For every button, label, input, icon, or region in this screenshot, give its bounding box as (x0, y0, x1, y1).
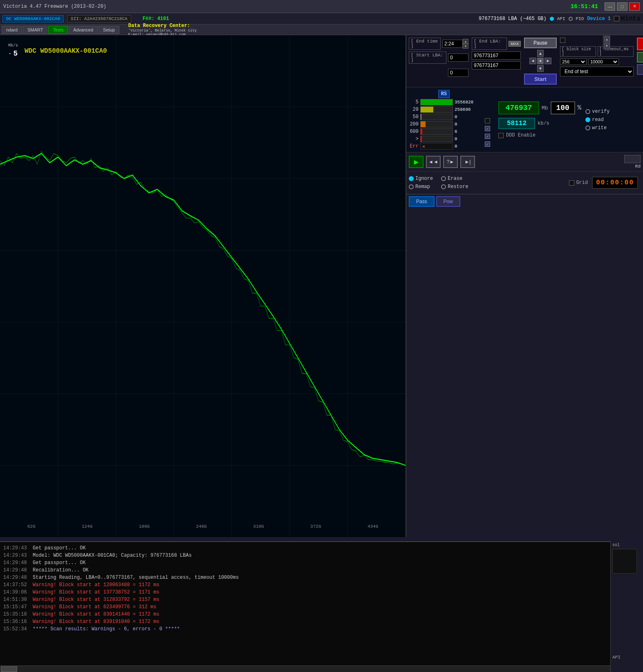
tab-setup[interactable]: Setup (99, 26, 119, 34)
write-radio[interactable] (585, 125, 590, 130)
log-msg-1: Model: WDC WD5000AAKX-001CA0; Capacity: … (33, 552, 192, 559)
log-time-4: 14:29:48 (3, 574, 28, 581)
dir-right[interactable]: ► (544, 58, 551, 65)
ignore-radio[interactable] (409, 176, 414, 181)
cb-gt[interactable] (485, 134, 490, 139)
option-checkbox[interactable] (560, 38, 565, 43)
end-time-down[interactable]: ▼ (463, 44, 468, 49)
ddd-checkbox[interactable] (498, 133, 504, 138)
end-time-input[interactable] (442, 40, 463, 48)
restore-radio[interactable] (441, 184, 446, 189)
question-button[interactable]: ?► (443, 156, 458, 168)
timing-200-value: 0 (455, 122, 479, 127)
pass-power-section: Pass Pow (406, 194, 643, 208)
tab-smart[interactable]: SMART (23, 26, 47, 34)
grid-checkbox[interactable] (569, 180, 574, 186)
pause-button[interactable]: Pause (524, 38, 557, 48)
timing-600-value: 6 (455, 129, 479, 134)
timing-20-fill (421, 107, 433, 112)
log-msg-4: Starting Reading, LBA=0..976773167, sequ… (33, 574, 239, 581)
timing-gt-num: > (409, 136, 419, 142)
break-all-button[interactable]: Break All (637, 38, 643, 50)
minimize-button[interactable]: — (605, 2, 615, 11)
close-button[interactable]: ✕ (629, 2, 640, 11)
err-x-icon: ✕ (422, 143, 425, 150)
read-option[interactable]: read (585, 117, 609, 123)
remap-label: Remap (415, 184, 430, 190)
log-area[interactable]: 14:29:43 Get passport... OK 14:29:43 Mod… (0, 541, 610, 672)
read-radio[interactable] (585, 117, 590, 122)
log-entry-10: 15:36:16 Warning! Block start at 8391910… (3, 618, 607, 625)
block-timeout-values: 256 512 1024 10000 5000 20000 (560, 58, 634, 65)
verify-radio[interactable] (585, 109, 590, 114)
tab-advanced[interactable]: Advanced (69, 26, 98, 34)
dir-center[interactable]: ● (537, 58, 544, 65)
play-button[interactable]: ▶ (409, 156, 423, 168)
recall-button[interactable]: Recall (637, 64, 643, 75)
log-entry-9: 15:35:18 Warning! Block start at 8301414… (3, 611, 607, 618)
dir-down[interactable]: ▼ (537, 65, 544, 72)
second-lba-input[interactable] (448, 69, 468, 77)
end-time-spinners: ▲ ▼ (463, 39, 468, 49)
power-button[interactable]: Pow (436, 196, 460, 207)
cb-200[interactable] (485, 118, 490, 123)
repair-right: Erase Restore (441, 176, 468, 190)
dir-left[interactable]: ◄ (529, 58, 536, 65)
end-of-test-select[interactable]: End of test End and sleep End and power … (560, 67, 634, 76)
skip-end-button[interactable]: ►| (460, 156, 475, 168)
grid-label[interactable]: Grid (569, 180, 588, 186)
block-size-select[interactable]: 256 512 1024 (560, 58, 587, 65)
ignore-option[interactable]: Ignore (409, 176, 433, 181)
cb-600[interactable] (485, 126, 490, 131)
hints-checkbox[interactable] (614, 16, 619, 21)
sleep-button[interactable]: Sleep (637, 52, 643, 63)
max-button[interactable]: MAX (509, 41, 521, 47)
tab-tests[interactable]: Tests (48, 26, 68, 34)
timing-5-value: 3556820 (455, 100, 479, 105)
x-label-3: 248G (196, 524, 206, 529)
performance-chart (0, 35, 406, 537)
log-msg-11: ***** Scan results: Warnings - 6, errors… (33, 625, 180, 633)
title-bar: Victoria 4.47 Freeware (2013-02-20) 16:5… (0, 0, 643, 13)
end-lba-input1[interactable] (472, 52, 521, 60)
end-time-up[interactable]: ▲ (463, 39, 468, 44)
tab-standard[interactable]: ndard (2, 26, 22, 34)
right-panel: [ End time ] ▲ ▼ [ Start LBA: ] (406, 35, 643, 537)
start-lba-input[interactable] (448, 54, 468, 62)
restore-option[interactable]: Restore (441, 184, 468, 190)
remap-radio[interactable] (409, 184, 414, 189)
dir-up[interactable]: ▲ (537, 50, 544, 57)
mb-display: 476937 Mb 100 % (498, 101, 581, 114)
log-time-0: 14:29:43 (3, 544, 28, 552)
cb-err[interactable] (485, 141, 490, 147)
scroll-down-btn[interactable]: ▼ (604, 43, 610, 49)
pct-value: 100 (551, 101, 575, 114)
scroll-up-btn[interactable]: ▲ (604, 36, 610, 42)
start-button[interactable]: Start (524, 74, 557, 85)
timeout-select[interactable]: 10000 5000 20000 (588, 58, 619, 65)
timing-5-bar (420, 99, 453, 105)
sii-badge: SII: A2A4235678C218CA (67, 15, 131, 22)
cb-spacer3 (485, 109, 490, 116)
rewind-button[interactable]: ◄◄ (426, 156, 441, 168)
erase-radio[interactable] (441, 176, 446, 181)
log-msg-6: Warning! Block start at 137738752 = 1171… (33, 589, 159, 596)
timing-5-fill (421, 99, 453, 105)
pass-button[interactable]: Pass (409, 196, 435, 207)
write-label: write (592, 125, 607, 131)
write-option[interactable]: write (585, 125, 609, 131)
remap-option[interactable]: Remap (409, 184, 433, 190)
scrollbar-thumb[interactable] (1, 666, 17, 672)
log-time-8: 15:15:47 (3, 603, 28, 611)
info-bar: DC WD5000AAKX-001CA0 SII: A2A4235678C218… (0, 13, 643, 25)
erase-option[interactable]: Erase (441, 176, 468, 181)
main-content: Mb/s - 5 WDC WD5000AAKX-001CA0 62G 124G … (0, 35, 643, 537)
block-size-row: [ block size ] [ timeout,ms ] (560, 46, 634, 57)
hints-label[interactable]: Hints (614, 15, 641, 22)
restore-label: Restore (448, 184, 468, 190)
horizontal-scrollbar[interactable] (0, 665, 610, 672)
end-lba-input2[interactable] (472, 61, 521, 69)
verify-option[interactable]: verify (585, 109, 609, 114)
grid-section: Grid 00:00:00 (567, 174, 641, 191)
maximize-button[interactable]: □ (617, 2, 627, 11)
